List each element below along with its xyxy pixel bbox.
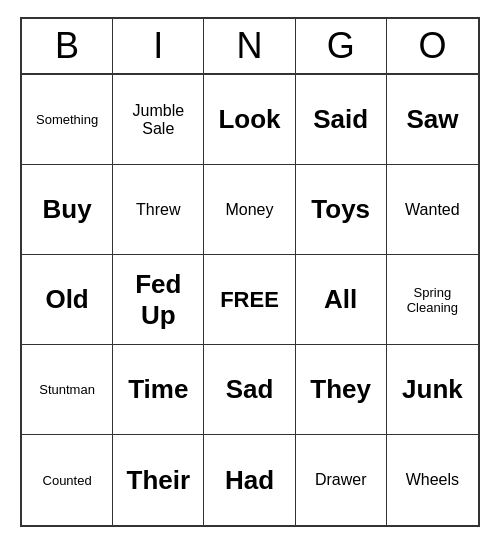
bingo-cell: Fed Up <box>113 255 204 345</box>
bingo-cell: Had <box>204 435 295 525</box>
bingo-cell: Threw <box>113 165 204 255</box>
bingo-cell: Counted <box>22 435 113 525</box>
bingo-cell: Jumble Sale <box>113 75 204 165</box>
bingo-cell: Something <box>22 75 113 165</box>
bingo-cell: Toys <box>296 165 387 255</box>
header-letter: G <box>296 19 387 73</box>
bingo-cell: Their <box>113 435 204 525</box>
bingo-cell: Drawer <box>296 435 387 525</box>
bingo-cell: FREE <box>204 255 295 345</box>
bingo-cell: Wanted <box>387 165 478 255</box>
bingo-cell: Said <box>296 75 387 165</box>
bingo-cell: Junk <box>387 345 478 435</box>
bingo-cell: All <box>296 255 387 345</box>
bingo-cell: Time <box>113 345 204 435</box>
header-letter: O <box>387 19 478 73</box>
bingo-card: BINGO SomethingJumble SaleLookSaidSawBuy… <box>20 17 480 527</box>
bingo-cell: Wheels <box>387 435 478 525</box>
header-letter: N <box>204 19 295 73</box>
bingo-header: BINGO <box>22 19 478 75</box>
bingo-cell: Stuntman <box>22 345 113 435</box>
bingo-cell: Spring Cleaning <box>387 255 478 345</box>
bingo-cell: They <box>296 345 387 435</box>
header-letter: I <box>113 19 204 73</box>
bingo-grid: SomethingJumble SaleLookSaidSawBuyThrewM… <box>22 75 478 525</box>
bingo-cell: Sad <box>204 345 295 435</box>
bingo-cell: Buy <box>22 165 113 255</box>
bingo-cell: Look <box>204 75 295 165</box>
bingo-cell: Old <box>22 255 113 345</box>
bingo-cell: Money <box>204 165 295 255</box>
header-letter: B <box>22 19 113 73</box>
bingo-cell: Saw <box>387 75 478 165</box>
